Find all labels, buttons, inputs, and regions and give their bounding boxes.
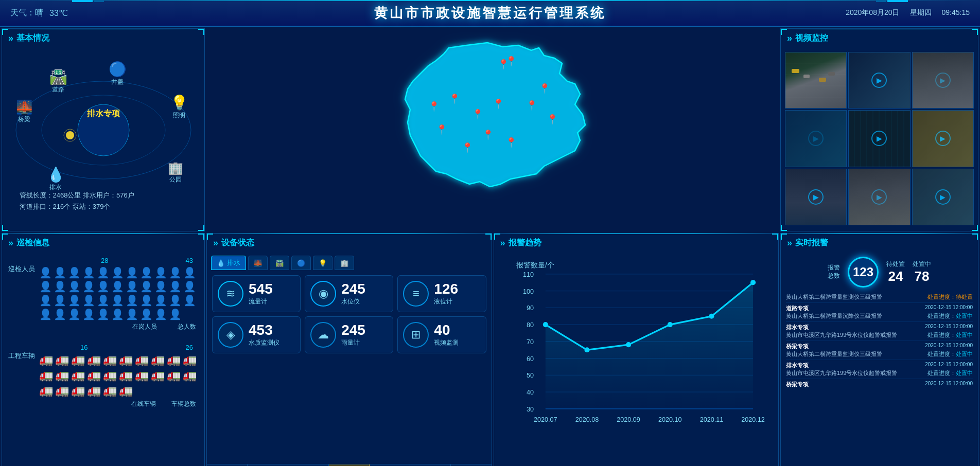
node-road[interactable]: 🛣️ 道路 [49,68,67,94]
svg-text:📍: 📍 [436,124,448,135]
processing-group: 处置中 78 [913,260,931,284]
nav-park[interactable]: 公园 [451,464,491,466]
video-monitor-section: 视频监控 ▶ [780,28,978,231]
alert-item-2: 道路专项 2020-12-15 12:00:00 黄山大桥第二横跨重量沉降仪三级… [786,303,973,322]
person-icon-active-1: 👤 [39,266,52,279]
video-cell-9[interactable]: ▶ [912,169,974,225]
alert-list: 黄山大桥第二横跨重量监测仪三级报警 处置进度：待处置 道路专项 2020-12-… [781,292,978,390]
video-value: 40 [434,323,459,337]
svg-text:📍: 📍 [462,142,474,153]
node-park[interactable]: 🏢 公园 [168,161,183,184]
svg-text:📍: 📍 [449,93,461,104]
trend-chart-container: 报警数量/个 110 100 90 80 70 60 50 [494,253,779,458]
active-label: 在岗人员 [132,322,157,331]
metric-rain: ☁ 245 雨量计 [305,316,393,353]
datetime-info: 2020年08月20日 星期四 09:45:15 [846,8,970,17]
vehicle-total-label: 车辆总数 [171,400,196,408]
node-well[interactable]: 🔵 井盖 [109,61,127,86]
device-status-title: 设备状态 [207,234,492,253]
svg-point-39 [584,347,589,352]
node-bridge[interactable]: 🌉 桥梁 [16,99,32,124]
video-cell-8[interactable]: ▶ [848,169,910,225]
flow-label: 流量计 [249,297,273,306]
basic-info-stats: 管线长度：2468公里 排水用户：576户 河道排口：216个 泵站：379个 [13,190,194,212]
alert-item-3: 排水专项 2020-12-15 12:00:00 黄山市屯溪区九华路199号水位… [786,322,973,341]
weather-label: 天气：晴 [10,8,43,19]
trend-chart-svg: 报警数量/个 110 100 90 80 70 60 50 [498,255,775,456]
vehicle-row: 工程车辆 16 26 🚛 🚛 🚛 🚛 🚛 [2,339,204,413]
weekday-display: 星期四 [910,8,932,17]
video-cell-5[interactable]: ▶ [848,110,910,167]
tab-drain[interactable]: 💧排水 [211,256,246,270]
alert-item-1: 黄山大桥第二横跨重量监测仪三级报警 处置进度：待处置 [786,292,973,303]
svg-text:2020.12: 2020.12 [741,416,765,423]
orbit-diagram: 🛣️ 道路 🔵 井盖 💡 照明 🏢 公园 💧 排水 [8,48,199,212]
tab-light[interactable]: 💡 [313,256,332,270]
nav-road[interactable]: 道路 [288,464,329,466]
svg-point-43 [750,280,756,285]
basic-info-title: 基本情况 [2,29,204,48]
svg-text:2020.09: 2020.09 [617,416,640,423]
svg-point-41 [667,322,672,327]
nav-overall[interactable]: 综合 [329,464,370,466]
nav-drain[interactable]: 排水 [207,464,248,466]
svg-point-3 [66,131,74,139]
map-svg: 📍 📍 📍 📍 📍 📍 📍 📍 📍 📍 📍 📍 📍 [348,32,637,228]
person-icons-container: 👤 👤 👤 👤 👤 👤 👤 👤 👤 👤 👤 👤 [39,266,198,320]
tab-park[interactable]: 🏢 [335,256,354,270]
video-cell-7[interactable]: ▶ [785,169,847,225]
main-layout: 基本情况 🛣️ 道路 🔵 [0,27,980,466]
tab-road[interactable]: 🛣️ [270,256,289,270]
svg-text:2020.08: 2020.08 [575,416,599,423]
alert-item-4: 桥梁专项 2020-12-15 12:00:00 黄山大桥第二横跨重量监测仪三级… [786,341,973,360]
video-cell-3[interactable]: ▶ [912,52,974,109]
center-label: 排水专项 [87,109,120,119]
node-light[interactable]: 💡 照明 [170,94,188,120]
video-cell-2[interactable]: ▶ [848,52,910,109]
svg-point-42 [709,314,714,319]
metric-flow: ≋ 545 流量计 [212,275,301,312]
svg-text:40: 40 [527,389,534,396]
alert-item-5: 排水专项 2020-12-15 12:00:00 黄山市屯溪区九华路199号水位… [786,360,973,379]
bottom-row: 巡检信息 巡检人员 28 43 👤 [2,233,978,466]
node-drain[interactable]: 💧 排水 [47,166,65,192]
realtime-alert-title: 实时报警 [781,234,978,253]
vehicle-icons: 🚛 🚛 🚛 🚛 🚛 🚛 🚛 🚛 🚛 🚛 🚛 🚛 [39,353,198,398]
svg-text:📍: 📍 [505,137,517,148]
tab-bridge[interactable]: 🌉 [248,256,268,270]
vehicle-active: 16 [80,344,87,351]
svg-text:📍: 📍 [493,98,504,110]
nav-light[interactable]: 照明 [410,464,451,466]
pending-group: 待处置 24 [886,260,905,284]
total-label: 总人数 [178,322,196,331]
svg-text:2020.10: 2020.10 [658,416,682,423]
svg-text:30: 30 [527,406,534,413]
svg-text:70: 70 [527,338,534,346]
water-quality-value: 453 [249,323,279,337]
video-cell-1[interactable] [785,52,847,109]
rain-label: 雨量计 [341,338,365,347]
tab-well[interactable]: 🔵 [291,256,311,270]
metric-liquid: ≡ 126 液位计 [397,275,486,312]
map-section: 📍 📍 📍 📍 📍 📍 📍 📍 📍 📍 📍 📍 📍 [206,28,779,231]
svg-text:报警数量/个: 报警数量/个 [516,261,554,269]
svg-text:📍: 📍 [539,83,551,94]
device-status-section: 设备状态 💧排水 🌉 🛣️ 🔵 [206,233,492,466]
metric-water-quality: ◈ 453 水质监测仪 [212,316,301,353]
rain-value: 245 [341,323,365,337]
play-btn-2[interactable]: ▶ [871,73,887,88]
svg-text:📍: 📍 [526,100,538,111]
time-display: 09:45:15 [942,8,970,17]
video-icon: ⊞ [403,322,429,348]
video-cell-6[interactable]: ▶ [912,110,974,167]
patrol-info-section: 巡检信息 巡检人员 28 43 👤 [2,233,205,466]
flow-icon: ≋ [218,281,243,307]
nav-well[interactable]: 井盖 [370,464,410,466]
water-quality-label: 水质监测仪 [249,338,279,347]
metric-water-level: ◉ 245 水位仪 [305,275,393,312]
alert-item-6: 桥梁专项 2020-12-15 12:00:00 [786,379,973,390]
video-cell-4[interactable]: ▶ [785,110,847,167]
svg-point-38 [542,322,548,327]
svg-text:80: 80 [527,321,534,329]
nav-bridge[interactable]: 桥梁 [248,464,288,466]
